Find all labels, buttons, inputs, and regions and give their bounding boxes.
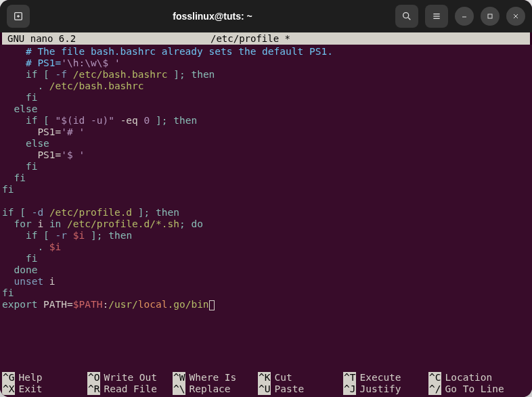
help-key: ^X [2, 383, 15, 395]
minimize-button[interactable] [455, 7, 474, 26]
nano-app-name: GNU nano 6.2 [7, 32, 210, 45]
help-label: Replace [189, 383, 230, 395]
new-tab-button[interactable] [7, 5, 30, 28]
help-label: Go To Line [445, 383, 504, 395]
nano-header: GNU nano 6.2 /etc/profile * [2, 32, 530, 45]
window-title: fosslinux@tuts: ~ [35, 11, 390, 22]
help-row-2: ^XExit ^RRead File ^\Replace ^UPaste ^JJ… [2, 383, 530, 395]
nano-help-bar: ^GHelp ^OWrite Out ^WWhere Is ^KCut ^TEx… [0, 368, 532, 397]
help-key: ^K [258, 372, 271, 383]
help-row-1: ^GHelp ^OWrite Out ^WWhere Is ^KCut ^TEx… [2, 372, 530, 383]
help-label: Location [445, 372, 492, 383]
search-button[interactable] [395, 5, 418, 28]
close-button[interactable] [506, 7, 525, 26]
help-item: ^/Go To Line [428, 383, 514, 395]
help-label: Execute [359, 372, 401, 383]
help-key: ^R [87, 383, 100, 395]
titlebar: fosslinux@tuts: ~ [0, 0, 532, 32]
help-item: ^\Replace [173, 383, 258, 395]
help-item: ^XExit [2, 383, 87, 395]
help-key: ^C [428, 372, 441, 383]
help-label: Help [18, 372, 42, 383]
help-key: ^J [343, 383, 356, 395]
svg-rect-9 [488, 14, 492, 18]
nano-file-name: /etc/profile * [210, 32, 525, 45]
help-label: Paste [274, 383, 304, 395]
help-key: ^W [173, 372, 185, 383]
svg-line-4 [408, 18, 410, 20]
help-label: Where Is [189, 372, 236, 383]
help-item: ^OWrite Out [87, 372, 173, 383]
maximize-button[interactable] [481, 7, 500, 26]
help-item: ^GHelp [2, 372, 87, 383]
help-key: ^\ [173, 383, 185, 395]
help-label: Exit [18, 383, 42, 395]
help-item: ^UPaste [258, 383, 343, 395]
help-label: Justify [359, 383, 401, 395]
cursor [209, 300, 215, 310]
help-key: ^G [2, 372, 15, 383]
help-item: ^JJustify [343, 383, 428, 395]
help-item: ^WWhere Is [173, 372, 258, 383]
svg-point-3 [403, 13, 409, 18]
help-item: ^TExecute [343, 372, 428, 383]
help-item: ^CLocation [428, 372, 514, 383]
help-item: ^RRead File [87, 383, 173, 395]
help-label: Write Out [104, 372, 157, 383]
help-label: Cut [274, 372, 292, 383]
editor-content[interactable]: # The file bash.bashrc already sets the … [0, 45, 532, 368]
menu-button[interactable] [425, 5, 448, 28]
help-item: ^KCut [258, 372, 343, 383]
help-key: ^U [258, 383, 271, 395]
help-key: ^/ [428, 383, 441, 395]
help-label: Read File [104, 383, 157, 395]
terminal-window: fosslinux@tuts: ~ GNU nano 6.2 /etc/prof… [0, 0, 532, 397]
help-key: ^O [87, 372, 100, 383]
help-key: ^T [343, 372, 356, 383]
